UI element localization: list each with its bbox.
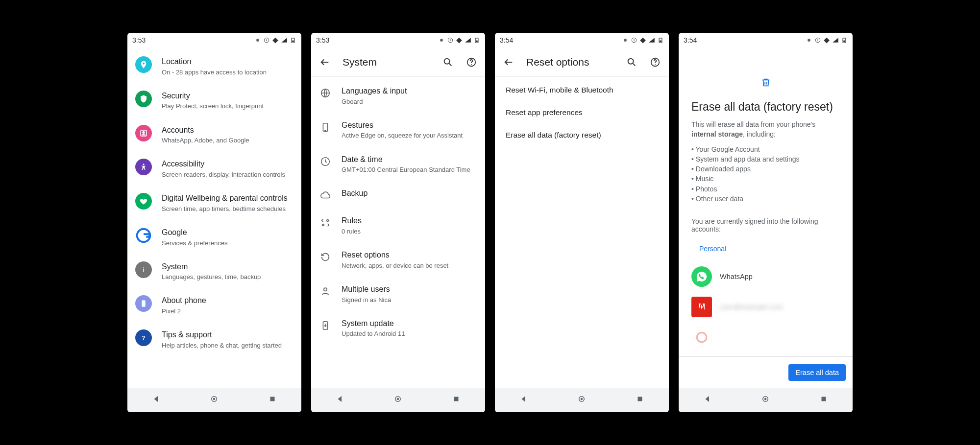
phone-reset-options: 3:54 Reset options Reset Wi-Fi, mobile &… — [495, 33, 669, 412]
system-item-datetime[interactable]: Date & timeGMT+01:00 Central European St… — [311, 147, 485, 182]
settings-item-google[interactable]: GoogleServices & preferences — [127, 220, 301, 255]
erase-all-data-option[interactable]: Erase all data (factory reset) — [495, 124, 669, 146]
nav-home[interactable] — [210, 395, 219, 405]
status-icons — [254, 37, 296, 44]
system-item-users[interactable]: Multiple usersSigned in as Nica — [311, 277, 485, 311]
section-personal: Personal — [699, 245, 840, 253]
item-sub: WhatsApp, Adobe, and Google — [162, 136, 294, 145]
back-button[interactable] — [503, 56, 514, 68]
item-sub: 0 rules — [342, 227, 477, 236]
settings-item-about[interactable]: About phonePixel 2 — [127, 288, 301, 323]
svg-rect-11 — [142, 301, 146, 307]
status-bar: 3:54 — [679, 33, 853, 47]
update-icon — [319, 319, 332, 332]
item-title: System — [162, 261, 294, 272]
item-title: Gestures — [342, 120, 477, 131]
phone-system: 3:53 System Languages & inputGboard Gest… — [311, 33, 485, 412]
intro-pre: This will erase all data from your phone… — [691, 120, 815, 128]
settings-item-wellbeing[interactable]: Digital Wellbeing & parental controlsScr… — [127, 186, 301, 220]
nav-home[interactable] — [761, 395, 770, 405]
intro-bold: internal storage — [691, 130, 743, 138]
account-whatsapp[interactable]: WhatsApp — [691, 261, 840, 292]
svg-point-46 — [808, 39, 810, 42]
item-sub: On - 28 apps have access to location — [162, 68, 294, 77]
reset-app-prefs-option[interactable]: Reset app preferences — [495, 101, 669, 124]
item-title: Accounts — [162, 125, 294, 136]
intro-post: , including: — [743, 130, 776, 138]
item-title: Accessibility — [162, 159, 294, 169]
erase-content[interactable]: Erase all data (factory reset) This will… — [679, 47, 853, 388]
item-title: Digital Wellbeing & parental controls — [162, 193, 294, 204]
account-name: WhatsApp — [720, 273, 753, 281]
system-list[interactable]: Languages & inputGboard GesturesActive E… — [311, 77, 485, 388]
settings-item-system[interactable]: SystemLanguages, gestures, time, backup — [127, 255, 301, 289]
wellbeing-icon — [135, 193, 152, 210]
reset-wifi-option[interactable]: Reset Wi-Fi, mobile & Bluetooth — [495, 79, 669, 101]
status-icons — [806, 37, 848, 44]
trash-icon — [691, 77, 840, 90]
svg-point-55 — [764, 398, 767, 400]
help-button[interactable] — [466, 56, 477, 68]
svg-point-6 — [143, 131, 145, 133]
help-icon: ? — [135, 329, 152, 346]
reset-list[interactable]: Reset Wi-Fi, mobile & Bluetooth Reset ap… — [495, 77, 669, 388]
system-item-gestures[interactable]: GesturesActive Edge on, squeeze for your… — [311, 113, 485, 147]
back-button[interactable] — [319, 56, 331, 68]
settings-item-accounts[interactable]: AccountsWhatsApp, Adobe, and Google — [127, 118, 301, 152]
settings-item-location[interactable]: LocationOn - 28 apps have access to loca… — [127, 49, 301, 84]
bullet: Photos — [691, 184, 840, 194]
search-button[interactable] — [442, 56, 454, 68]
system-item-backup[interactable]: Backup — [311, 181, 485, 209]
svg-rect-15 — [270, 397, 274, 401]
erase-all-data-button[interactable]: Erase all data — [788, 364, 846, 381]
system-item-rules[interactable]: Rules0 rules — [311, 209, 485, 243]
nav-recents[interactable] — [452, 395, 461, 405]
settings-item-tips[interactable]: ? Tips & supportHelp articles, phone & c… — [127, 323, 301, 357]
system-item-languages[interactable]: Languages & inputGboard — [311, 79, 485, 113]
system-item-reset[interactable]: Reset optionsNetwork, apps, or device ca… — [311, 243, 485, 277]
person-icon — [135, 125, 152, 141]
google-icon — [135, 227, 152, 244]
user-icon — [319, 285, 332, 298]
item-sub: GMT+01:00 Central European Standard Time — [342, 165, 477, 174]
item-sub: Pixel 2 — [162, 307, 294, 316]
svg-text:?: ? — [142, 335, 146, 341]
nav-recents[interactable] — [636, 395, 644, 405]
nav-bar — [127, 388, 301, 412]
nav-back[interactable] — [152, 395, 161, 405]
rules-icon — [319, 216, 332, 229]
search-button[interactable] — [626, 56, 637, 68]
nav-home[interactable] — [577, 395, 586, 405]
reset-icon — [319, 251, 332, 263]
nav-home[interactable] — [393, 395, 402, 405]
nav-bar — [311, 388, 485, 412]
erase-intro: This will erase all data from your phone… — [691, 119, 840, 204]
account-name: user@example.com — [720, 303, 783, 311]
item-sub: Services & preferences — [162, 239, 294, 248]
whatsapp-icon — [691, 266, 712, 287]
item-title: Reset options — [342, 250, 477, 260]
erase-bullets: Your Google Account System and app data … — [691, 144, 840, 204]
system-item-update[interactable]: System updateUpdated to Android 11 — [311, 311, 485, 346]
item-title: Tips & support — [162, 329, 294, 340]
item-sub: Help articles, phone & chat, getting sta… — [162, 341, 294, 350]
settings-list[interactable]: LocationOn - 28 apps have access to loca… — [127, 47, 301, 388]
account-adobe[interactable]: user@example.com — [691, 292, 840, 322]
nav-bar — [679, 388, 853, 412]
svg-rect-39 — [660, 41, 662, 43]
nav-back[interactable] — [703, 395, 712, 405]
svg-point-28 — [327, 220, 329, 222]
status-bar: 3:53 — [311, 33, 485, 47]
settings-item-security[interactable]: SecurityPlay Protect, screen lock, finge… — [127, 84, 301, 118]
item-title: Date & time — [342, 154, 477, 165]
nav-recents[interactable] — [819, 395, 828, 405]
settings-item-accessibility[interactable]: AccessibilityScreen readers, display, in… — [127, 152, 301, 186]
nav-back[interactable] — [336, 395, 344, 405]
svg-rect-20 — [476, 41, 478, 43]
help-button[interactable] — [649, 56, 661, 68]
svg-point-21 — [444, 58, 450, 64]
nav-recents[interactable] — [268, 395, 277, 405]
nav-back[interactable] — [519, 395, 528, 405]
item-sub: Signed in as Nica — [342, 296, 477, 304]
svg-point-14 — [213, 398, 216, 400]
